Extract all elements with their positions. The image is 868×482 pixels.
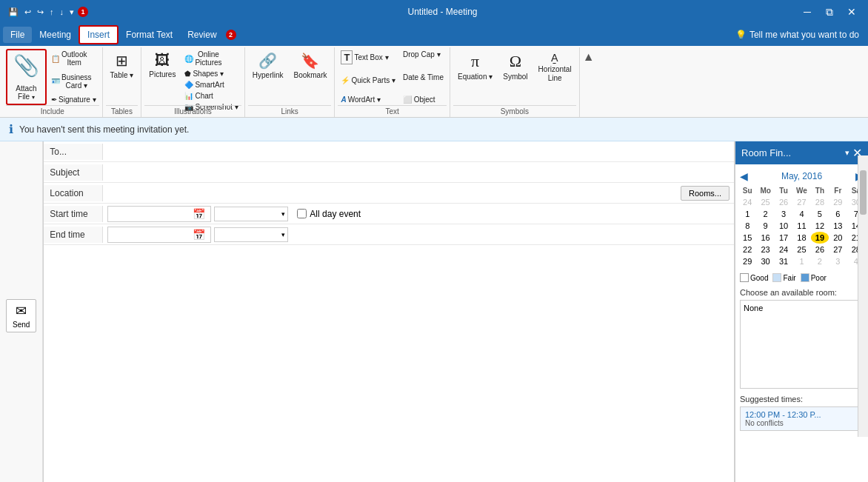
restore-button[interactable]: ⧉ bbox=[819, 1, 840, 22]
room-legend: Good Fair Poor bbox=[735, 270, 868, 285]
close-button[interactable]: ✕ bbox=[841, 1, 862, 22]
cal-day-4-0[interactable]: 22 bbox=[738, 244, 756, 255]
cal-day-1-1[interactable]: 2 bbox=[756, 208, 774, 220]
subject-input[interactable] bbox=[103, 165, 734, 180]
horizontal-line-button[interactable]: A̱ HorizontalLine bbox=[534, 49, 576, 86]
cal-day-4-4[interactable]: 26 bbox=[811, 244, 829, 255]
room-finder-dropdown-button[interactable]: ▾ bbox=[845, 148, 849, 158]
calendar-prev-button[interactable]: ◀ bbox=[740, 170, 748, 182]
cal-day-0-3[interactable]: 27 bbox=[792, 196, 810, 208]
room-list[interactable]: None bbox=[740, 300, 864, 389]
meeting-body[interactable] bbox=[44, 245, 734, 482]
cal-day-3-0[interactable]: 15 bbox=[738, 232, 756, 244]
cal-day-5-1[interactable]: 30 bbox=[756, 255, 774, 267]
legend-good-box bbox=[740, 273, 749, 282]
cal-day-5-3[interactable]: 1 bbox=[792, 255, 810, 267]
redo-button[interactable]: ↪ bbox=[35, 6, 46, 19]
cal-day-2-0[interactable]: 8 bbox=[738, 220, 756, 232]
equation-button[interactable]: π Equation ▾ bbox=[453, 49, 497, 84]
more-button[interactable]: ▾ bbox=[67, 6, 76, 19]
move-down-button[interactable]: ↓ bbox=[58, 6, 67, 18]
cal-day-1-4[interactable]: 5 bbox=[811, 208, 829, 220]
cal-day-0-2[interactable]: 26 bbox=[775, 196, 792, 208]
cal-day-2-2[interactable]: 10 bbox=[775, 220, 792, 232]
cal-day-4-1[interactable]: 23 bbox=[756, 244, 774, 255]
start-date-input[interactable] bbox=[111, 209, 193, 219]
time-slot-0[interactable]: 12:00 PM - 12:30 P... No conflicts bbox=[740, 406, 864, 431]
online-pictures-button[interactable]: 🌐 OnlinePictures bbox=[181, 49, 241, 68]
end-date-input[interactable] bbox=[111, 230, 193, 240]
table-button[interactable]: ⊞ Table ▾ bbox=[106, 49, 138, 83]
menu-file[interactable]: File bbox=[3, 27, 32, 43]
cal-day-2-5[interactable]: 13 bbox=[829, 220, 847, 232]
cal-day-3-2[interactable]: 17 bbox=[775, 232, 792, 244]
save-button[interactable]: 💾 bbox=[6, 6, 21, 19]
hyperlink-button[interactable]: 🔗 Hyperlink bbox=[248, 49, 288, 83]
minimize-button[interactable]: ─ bbox=[797, 1, 818, 22]
quick-parts-button[interactable]: ⚡ Quick Parts ▾ bbox=[338, 75, 398, 86]
end-date-calendar-button[interactable]: 📅 bbox=[193, 229, 205, 241]
cal-day-2-4[interactable]: 12 bbox=[811, 220, 829, 232]
wordart-button[interactable]: A WordArt ▾ bbox=[338, 94, 398, 105]
to-input[interactable] bbox=[103, 144, 734, 159]
cal-day-0-1[interactable]: 25 bbox=[756, 196, 774, 208]
symbol-button[interactable]: Ω Symbol bbox=[498, 49, 532, 84]
smartart-icon: 🔷 bbox=[184, 81, 193, 89]
all-day-checkbox[interactable] bbox=[297, 209, 307, 218]
cal-day-4-2[interactable]: 24 bbox=[775, 244, 792, 255]
form-row-location: Location Rooms... bbox=[44, 183, 734, 204]
menu-review[interactable]: Review bbox=[180, 27, 224, 43]
rooms-button[interactable]: Rooms... bbox=[681, 186, 730, 201]
horizontal-line-label: HorizontalLine bbox=[538, 65, 572, 83]
start-time-wrapper: 📅 ▾ All day event bbox=[103, 204, 734, 224]
cal-day-0-0[interactable]: 24 bbox=[738, 196, 756, 208]
drop-cap-button[interactable]: Drop Cap ▾ bbox=[400, 49, 447, 60]
cal-day-4-3[interactable]: 25 bbox=[792, 244, 810, 255]
cal-day-1-3[interactable]: 4 bbox=[792, 208, 810, 220]
textbox-button[interactable]: T Text Box ▾ bbox=[338, 49, 398, 66]
shapes-button[interactable]: ⬟ Shapes ▾ bbox=[181, 68, 241, 79]
cal-day-0-5[interactable]: 29 bbox=[829, 196, 847, 208]
signature-button[interactable]: ✒ Signature ▾ bbox=[48, 94, 99, 105]
start-date-calendar-button[interactable]: 📅 bbox=[193, 208, 205, 220]
end-time-select[interactable] bbox=[214, 227, 288, 242]
ribbon-illustrations-items: 🖼 Pictures 🌐 OnlinePictures ⬟ Shapes ▾ 🔷… bbox=[144, 49, 241, 105]
chart-button[interactable]: 📊 Chart bbox=[181, 90, 241, 101]
date-time-button[interactable]: Date & Time bbox=[400, 72, 447, 83]
menu-meeting[interactable]: Meeting bbox=[32, 27, 79, 43]
cal-day-1-2[interactable]: 3 bbox=[775, 208, 792, 220]
cal-day-1-0[interactable]: 1 bbox=[738, 208, 756, 220]
location-input[interactable] bbox=[103, 186, 681, 201]
attach-file-button[interactable]: 📎 AttachFile ▾ bbox=[6, 49, 47, 105]
cal-day-5-2[interactable]: 31 bbox=[775, 255, 792, 267]
cal-day-5-0[interactable]: 29 bbox=[738, 255, 756, 267]
cal-day-2-1[interactable]: 9 bbox=[756, 220, 774, 232]
cal-day-2-3[interactable]: 11 bbox=[792, 220, 810, 232]
bookmark-button[interactable]: 🔖 Bookmark bbox=[289, 49, 331, 83]
business-card-button[interactable]: 🪪 BusinessCard ▾ bbox=[48, 72, 99, 91]
ribbon-collapse-button[interactable]: ▲ bbox=[581, 49, 596, 65]
menu-format-text[interactable]: Format Text bbox=[118, 27, 180, 43]
undo-button[interactable]: ↩ bbox=[22, 6, 33, 19]
cal-day-4-5[interactable]: 27 bbox=[829, 244, 847, 255]
cal-day-3-1[interactable]: 16 bbox=[756, 232, 774, 244]
menu-insert[interactable]: Insert bbox=[79, 25, 118, 44]
cal-day-5-5[interactable]: 3 bbox=[829, 255, 847, 267]
cal-day-1-5[interactable]: 6 bbox=[829, 208, 847, 220]
cal-day-5-4[interactable]: 2 bbox=[811, 255, 829, 267]
start-time-select[interactable] bbox=[214, 207, 288, 221]
move-up-button[interactable]: ↑ bbox=[47, 6, 56, 18]
send-button[interactable]: ✉ Send bbox=[6, 299, 36, 332]
cal-day-3-5[interactable]: 20 bbox=[829, 232, 847, 244]
outlook-item-button[interactable]: 📋 OutlookItem bbox=[48, 49, 99, 68]
cal-day-0-4[interactable]: 28 bbox=[811, 196, 829, 208]
object-button[interactable]: ⬜ Object bbox=[400, 94, 447, 105]
help-area[interactable]: 💡 Tell me what you want to do bbox=[730, 27, 865, 43]
body-textarea[interactable] bbox=[44, 245, 734, 482]
ribbon-group-text: T Text Box ▾ ⚡ Quick Parts ▾ A WordArt ▾… bbox=[335, 47, 450, 117]
cal-day-3-4[interactable]: 19 bbox=[811, 232, 829, 244]
pictures-button[interactable]: 🖼 Pictures bbox=[144, 49, 180, 82]
cal-day-3-3[interactable]: 18 bbox=[792, 232, 810, 244]
room-finder-scrollbar[interactable] bbox=[858, 155, 868, 437]
smartart-button[interactable]: 🔷 SmartArt bbox=[181, 79, 241, 90]
